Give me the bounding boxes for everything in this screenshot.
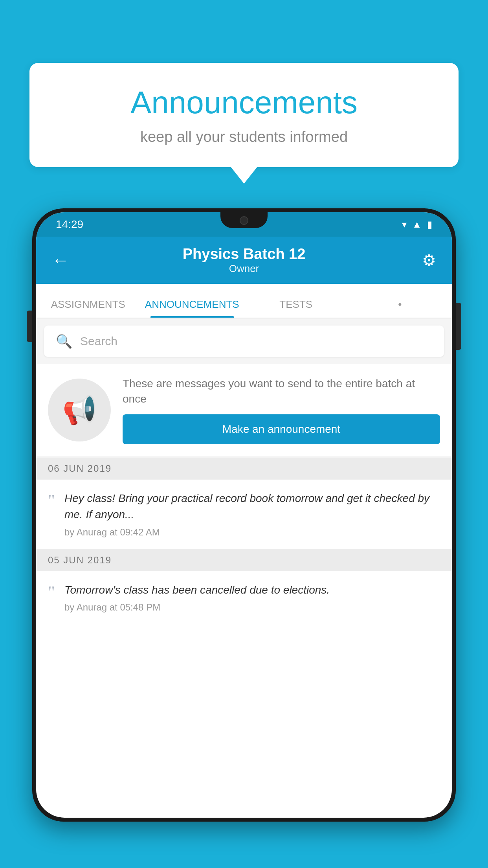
back-button[interactable]: ← [52, 250, 69, 270]
announcement-item-2[interactable]: " Tomorrow's class has been cancelled du… [36, 571, 452, 625]
front-camera [240, 216, 248, 225]
quote-icon-1: " [48, 491, 55, 509]
phone-container: 14:29 ▾ ▲ ▮ ← Physics Batch 12 Owner ⚙ A… [32, 208, 456, 868]
signal-icon: ▲ [412, 219, 422, 230]
phone-inner: 14:29 ▾ ▲ ▮ ← Physics Batch 12 Owner ⚙ A… [36, 212, 452, 818]
announcement-meta-2: by Anurag at 05:48 PM [64, 602, 440, 613]
tab-announcements[interactable]: ANNOUNCEMENTS [140, 298, 244, 318]
announcement-content-2: Tomorrow's class has been cancelled due … [64, 582, 440, 613]
tab-tests[interactable]: TESTS [244, 298, 348, 318]
app-header: ← Physics Batch 12 Owner ⚙ [36, 237, 452, 284]
announcement-meta-1: by Anurag at 09:42 AM [64, 527, 440, 538]
header-subtitle: Owner [183, 263, 306, 275]
search-icon: 🔍 [56, 333, 72, 349]
promo-text-area: These are messages you want to send to t… [123, 376, 440, 444]
search-bar[interactable]: 🔍 Search [44, 326, 444, 357]
make-announcement-button[interactable]: Make an announcement [123, 414, 440, 444]
search-placeholder-text: Search [80, 335, 117, 348]
promo-icon-circle: 📢 [48, 379, 111, 441]
status-icons: ▾ ▲ ▮ [402, 219, 432, 230]
date-divider-2: 05 JUN 2019 [36, 549, 452, 571]
speech-bubble-card: Announcements keep all your students inf… [29, 63, 459, 167]
status-bar: 14:29 ▾ ▲ ▮ [36, 212, 452, 237]
phone-notch [220, 212, 268, 228]
promo-description: These are messages you want to send to t… [123, 376, 440, 406]
content-area: 🔍 Search 📢 These are messages you want t… [36, 318, 452, 624]
announcement-content-1: Hey class! Bring your practical record b… [64, 491, 440, 537]
megaphone-icon: 📢 [62, 394, 97, 426]
phone-outer: 14:29 ▾ ▲ ▮ ← Physics Batch 12 Owner ⚙ A… [32, 208, 456, 822]
date-divider-1: 06 JUN 2019 [36, 458, 452, 480]
tab-assignments[interactable]: ASSIGNMENTS [36, 298, 140, 318]
header-center: Physics Batch 12 Owner [183, 246, 306, 275]
settings-button[interactable]: ⚙ [422, 251, 436, 269]
bubble-subtitle: keep all your students informed [53, 129, 435, 145]
status-time: 14:29 [56, 218, 83, 231]
battery-icon: ▮ [427, 219, 432, 230]
announcement-text-1: Hey class! Bring your practical record b… [64, 491, 440, 522]
tab-more[interactable]: • [348, 298, 452, 318]
wifi-icon: ▾ [402, 219, 407, 230]
bubble-title: Announcements [53, 85, 435, 121]
header-title: Physics Batch 12 [183, 246, 306, 263]
quote-icon-2: " [48, 582, 55, 601]
tabs-bar: ASSIGNMENTS ANNOUNCEMENTS TESTS • [36, 284, 452, 318]
announcement-item-1[interactable]: " Hey class! Bring your practical record… [36, 480, 452, 549]
announcement-text-2: Tomorrow's class has been cancelled due … [64, 582, 440, 598]
promo-card: 📢 These are messages you want to send to… [36, 364, 452, 456]
